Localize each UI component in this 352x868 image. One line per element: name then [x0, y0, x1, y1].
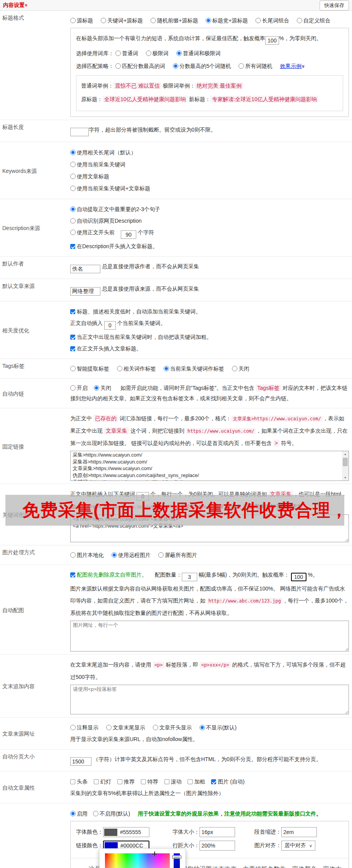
checkbox-attr-bold[interactable]: 加粗: [188, 778, 205, 785]
scroll-up-icon[interactable]: ▲: [342, 451, 349, 457]
default-author-input[interactable]: [70, 265, 100, 273]
row-label: 自动文章属性: [0, 781, 70, 794]
checkbox-add-keywords-low-relevance[interactable]: 标题、描述相关度低时，自动添加当前采集关键词。: [70, 308, 201, 315]
radio-option-keyword-source[interactable]: 关键词+源标题: [101, 17, 143, 24]
scrollbar[interactable]: ▲ ▼: [342, 451, 349, 481]
image-urls-textarea[interactable]: [70, 621, 349, 651]
radio-option-highest-score[interactable]: 匹配分数最高的词: [115, 63, 165, 69]
checkbox-insert-title-description[interactable]: 在Description开头插入文章标题。: [70, 243, 158, 249]
radio-option-keyword-tags[interactable]: 当前采集关键词作标签: [164, 365, 224, 372]
radio-option-source-title[interactable]: 源标题: [70, 17, 93, 24]
radio-option-article-title[interactable]: 使用文章标题: [70, 173, 109, 179]
radio-icon: [256, 18, 261, 23]
radio-option-innerlink-on[interactable]: 开启: [70, 385, 88, 391]
row-fixed-links: 固定链接 为正文中 已存在的 词汇添加链接，每行一个，最多200个，格式：文章采…: [0, 408, 352, 484]
radio-option-auto-extract[interactable]: 自动提取正文中最重要的2-3个句子: [70, 206, 160, 212]
checkbox-attr-special[interactable]: 特荐: [141, 778, 158, 785]
checkbox-attr-slide[interactable]: 幻灯: [94, 778, 111, 785]
fixed-link-line: 采集>https://www.ucaiyun.com/: [73, 452, 340, 459]
radio-option-current-keywords[interactable]: 使用当前采集关键词: [70, 161, 125, 168]
radio-option-smart-tags[interactable]: 智能提取标签: [70, 365, 109, 372]
row-label: 标题格式: [0, 11, 70, 120]
radio-option-prefix-source[interactable]: 随机前缀+源标题: [151, 17, 198, 24]
indent-input[interactable]: [281, 827, 317, 837]
checkbox-attr-scroll[interactable]: 滚动: [164, 778, 182, 785]
radio-icon: [70, 218, 76, 223]
radio-icon: [115, 51, 121, 56]
trigger-probability-input[interactable]: [265, 36, 279, 45]
radio-option-comment-display[interactable]: 注释显示: [70, 724, 98, 731]
chevron-down-icon[interactable]: »: [24, 4, 29, 7]
radio-icon: [206, 18, 211, 23]
radio-option-longtail-default[interactable]: 使用相关长尾词（默认）: [70, 149, 136, 156]
radio-option-block-images[interactable]: 屏蔽所有图片: [158, 552, 197, 558]
effect-example-link[interactable]: 效果示例: [280, 63, 301, 69]
radio-icon: [70, 230, 76, 235]
slider-handle[interactable]: [172, 855, 181, 859]
title-length-input[interactable]: [70, 128, 89, 136]
radio-option-typeset-on[interactable]: 启用: [70, 810, 88, 817]
row-title-length: 标题长度 字符，超出部分将被强制截断。留空或设为0则不限。: [0, 120, 352, 142]
checkbox-delete-original-images[interactable]: 配图前先删除原文自带图片。: [70, 572, 147, 578]
scroll-down-icon[interactable]: ▼: [342, 475, 349, 481]
checkbox-attr-recommend[interactable]: 推荐: [117, 778, 135, 785]
chevron-down-icon: ∨: [309, 843, 312, 848]
row-inner-link: 自动内链 开启关闭 如需开启此功能，请同时开启“Tags标签”。当正文中包含 T…: [0, 379, 352, 408]
radio-icon: [70, 174, 76, 179]
radio-option-innerlink-off[interactable]: 关闭: [94, 385, 111, 391]
radio-option-normal-words[interactable]: 普通词: [115, 50, 138, 56]
font-size-input[interactable]: [200, 827, 235, 837]
row-source-url: 文章来源网址 注释显示 文章末尾显示 文章开头显示 不显示(默认) 用于显示文章…: [0, 717, 352, 750]
insert-keywords-count-input[interactable]: [104, 321, 116, 330]
radio-option-remote-images[interactable]: 使用远程图片: [112, 552, 151, 558]
radio-icon: [70, 725, 76, 730]
radio-option-start-display[interactable]: 文章开头显示: [153, 724, 192, 731]
brightness-slider[interactable]: [174, 853, 180, 868]
scrollbar-thumb[interactable]: [343, 458, 348, 466]
default-source-input[interactable]: [70, 287, 100, 296]
quick-save-button[interactable]: 快速保存: [320, 0, 349, 10]
saturation-gradient-area[interactable]: +: [105, 853, 170, 868]
radio-option-keywords-plus-title[interactable]: 使用当前采集关键词+文章标题: [70, 185, 150, 191]
radio-option-extreme-words[interactable]: 极限词: [146, 50, 169, 56]
radio-option-no-display[interactable]: 不显示(默认): [200, 724, 237, 731]
keyword-density-textarea[interactable]: <a href='https://www.ucaiyun.com/'>采集器</…: [70, 514, 349, 542]
checkbox-insert-title-body[interactable]: 在正文开头插入文章标题。: [70, 345, 142, 352]
radio-option-related-tags[interactable]: 相关词作标签: [117, 365, 156, 372]
image-align-select[interactable]: 居中对齐 ∨: [281, 841, 315, 851]
radio-option-first-chars[interactable]: 使用正文开头前: [70, 229, 115, 235]
radio-option-longtail[interactable]: 长尾词组合: [256, 17, 289, 24]
keyword-density-count-input[interactable]: [137, 492, 149, 501]
radio-option-end-display[interactable]: 文章末尾显示: [106, 724, 145, 731]
checkbox-attr-image[interactable]: 图片 (自动): [211, 778, 244, 785]
radio-icon: [101, 18, 106, 23]
radio-option-both-words[interactable]: 普通词和极限词: [176, 50, 221, 56]
radio-icon: [70, 811, 76, 816]
checkbox-bold-keywords[interactable]: 当正文中出现当前采集关键词时，自动把该关键词加粗。: [70, 334, 212, 340]
image-probability-input[interactable]: [291, 573, 306, 581]
radio-option-clickbait-source[interactable]: 标题党+源标题: [206, 17, 248, 24]
radio-option-top5-random[interactable]: 分数最高的5个词随机: [173, 63, 231, 69]
radio-icon: [70, 18, 76, 23]
row-relevance: 相关度优化 标题、描述相关度低时，自动添加当前采集关键词。 正文自动插入 个当前…: [0, 301, 352, 359]
radio-option-localize-images[interactable]: 图片本地化: [70, 552, 104, 558]
font-color-input[interactable]: #555555: [103, 827, 149, 837]
row-article-attrs: 自动文章属性 头条 幻灯 推荐 特荐 滚动 加粗 图片 (自动) 采集到的文章有…: [0, 772, 352, 804]
description-chars-input[interactable]: [121, 230, 136, 239]
line-height-input[interactable]: [200, 841, 235, 851]
checkbox-icon: [188, 779, 193, 784]
radio-option-tags-off[interactable]: 关闭: [232, 365, 249, 372]
image-count-input[interactable]: [182, 573, 197, 581]
fixed-links-textarea[interactable]: 采集>https://www.ucaiyun.com/ 采集器>https://…: [70, 451, 349, 481]
typeset-note: 用于快速设置文章的外观显示效果，注意使用此功能需安装最新版接口文件。: [138, 810, 322, 817]
radio-option-custom[interactable]: 自定义组合: [297, 17, 330, 24]
radio-option-page-description[interactable]: 自动识别原网页Description: [70, 218, 142, 224]
page-size-input[interactable]: [70, 757, 91, 766]
radio-option-typeset-off[interactable]: 不启用(默认): [93, 810, 130, 817]
crosshair-icon[interactable]: +: [152, 848, 157, 860]
row-label: 图片处理方式: [0, 545, 70, 565]
radio-option-all-random[interactable]: 所有词随机: [239, 63, 272, 69]
row-default-author: 默认作者 总是直接使用该作者，而不会从网页采集: [0, 257, 352, 279]
append-content-textarea[interactable]: [70, 685, 349, 714]
checkbox-attr-headline[interactable]: 头条: [70, 778, 88, 785]
